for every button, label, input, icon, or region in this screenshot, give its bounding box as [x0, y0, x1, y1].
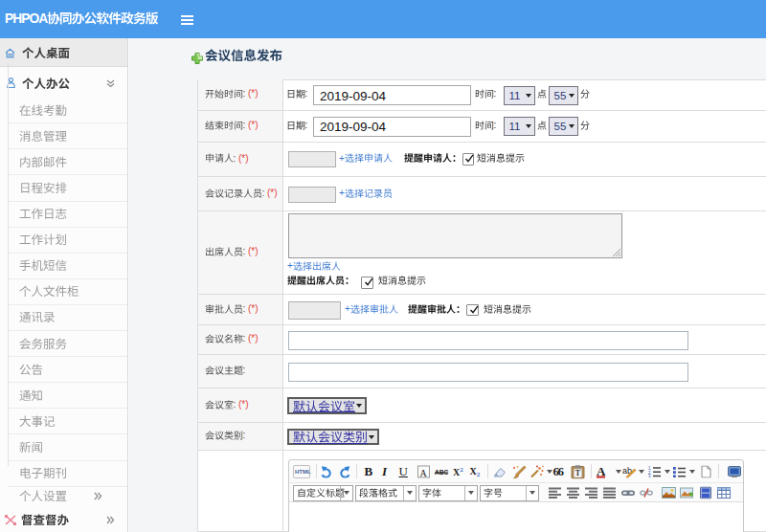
- svg-text:3: 3: [648, 474, 651, 477]
- svg-text:T: T: [574, 469, 580, 477]
